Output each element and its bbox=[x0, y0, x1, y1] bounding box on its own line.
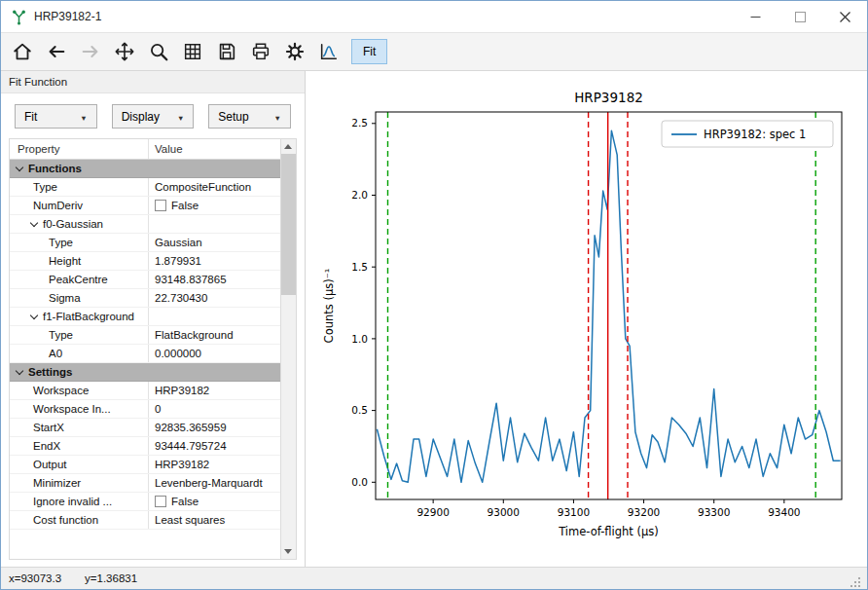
property-row[interactable]: MinimizerLevenberg-Marquardt bbox=[10, 474, 280, 493]
setup-menu-label: Setup bbox=[218, 110, 248, 124]
close-button[interactable] bbox=[822, 1, 867, 32]
table-header: Property Value bbox=[10, 139, 280, 160]
forward-arrow-icon bbox=[80, 41, 101, 62]
minimize-button[interactable] bbox=[733, 1, 778, 32]
property-value[interactable]: 93148.837865 bbox=[148, 271, 280, 288]
fit-browser-button[interactable] bbox=[313, 36, 344, 67]
fit-browser-icon bbox=[318, 41, 340, 62]
checkbox-label: False bbox=[171, 496, 199, 507]
property-row[interactable]: A00.000000 bbox=[10, 345, 280, 363]
property-row[interactable]: WorkspaceHRP39182 bbox=[10, 382, 280, 400]
table-scrollbar[interactable] bbox=[280, 139, 296, 559]
property-row[interactable]: Height1.879931 bbox=[10, 252, 280, 271]
x-tick-label: 93400 bbox=[768, 506, 800, 518]
x-axis-label: Time-of-flight (μs) bbox=[558, 525, 659, 538]
property-value[interactable]: 93444.795724 bbox=[148, 437, 280, 455]
checkbox-label: False bbox=[171, 200, 199, 211]
window-title: HRP39182-1 bbox=[34, 10, 101, 23]
forward-button[interactable] bbox=[75, 36, 106, 67]
home-button[interactable] bbox=[7, 36, 38, 67]
fit-toggle-button[interactable]: Fit bbox=[351, 39, 387, 64]
zoom-button[interactable] bbox=[143, 36, 174, 67]
x-tick-label: 93000 bbox=[488, 506, 520, 518]
grid-icon bbox=[182, 41, 203, 62]
property-row[interactable]: EndX93444.795724 bbox=[10, 437, 280, 456]
property-table: Property Value FunctionsTypeCompositeFun… bbox=[9, 138, 297, 560]
property-value[interactable]: 0.000000 bbox=[148, 345, 280, 362]
property-value[interactable]: Least squares bbox=[148, 511, 280, 529]
y-tick-label: 1.0 bbox=[351, 333, 368, 345]
plot-panel: 9290093000931009320093300934000.00.51.01… bbox=[306, 71, 867, 567]
group-row[interactable]: f0-Gaussian bbox=[10, 215, 280, 234]
app-window: HRP39182-1 bbox=[0, 0, 868, 590]
property-name: Workspace In... bbox=[10, 400, 148, 418]
property-value[interactable]: Gaussian bbox=[148, 234, 280, 251]
print-icon bbox=[250, 41, 271, 62]
property-row[interactable]: Ignore invalid ...False bbox=[10, 493, 280, 511]
cursor-x-readout: x=93073.3 bbox=[9, 572, 61, 584]
scrollbar-track[interactable] bbox=[281, 154, 296, 544]
property-row[interactable]: Cost functionLeast squares bbox=[10, 511, 280, 530]
plot-svg[interactable]: 9290093000931009320093300934000.00.51.01… bbox=[319, 87, 850, 544]
group-row[interactable]: f1-FlatBackground bbox=[10, 308, 280, 326]
property-value[interactable]: HRP39182 bbox=[148, 382, 280, 399]
pan-button[interactable] bbox=[109, 36, 140, 67]
checkbox[interactable] bbox=[155, 496, 166, 507]
property-name: Cost function bbox=[10, 511, 148, 529]
chevron-down-icon bbox=[30, 312, 38, 319]
property-row[interactable]: StartX92835.365959 bbox=[10, 419, 280, 437]
property-row[interactable]: NumDerivFalse bbox=[10, 197, 280, 215]
y-tick-label: 2.5 bbox=[351, 117, 368, 129]
scroll-down-arrow-icon[interactable] bbox=[281, 544, 296, 559]
property-value[interactable]: Levenberg-Marquardt bbox=[148, 474, 280, 492]
section-row[interactable]: Settings bbox=[10, 363, 280, 382]
property-value[interactable]: CompositeFunction bbox=[148, 178, 280, 196]
property-value[interactable]: HRP39182 bbox=[148, 456, 280, 473]
y-tick-label: 2.0 bbox=[351, 189, 368, 201]
property-value[interactable]: 0 bbox=[148, 400, 280, 418]
property-value[interactable]: 22.730430 bbox=[148, 289, 280, 307]
save-button[interactable] bbox=[211, 36, 242, 67]
property-value[interactable]: 92835.365959 bbox=[148, 419, 280, 436]
property-name: EndX bbox=[10, 437, 148, 455]
grid-button[interactable] bbox=[177, 36, 208, 67]
statusbar: x=93073.3 y=1.36831 bbox=[1, 567, 867, 589]
scrollbar-thumb[interactable] bbox=[281, 154, 296, 295]
property-row[interactable]: TypeFlatBackground bbox=[10, 326, 280, 345]
settings-button[interactable] bbox=[279, 36, 310, 67]
property-row[interactable]: OutputHRP39182 bbox=[10, 456, 280, 474]
setup-menu-button[interactable]: Setup bbox=[208, 104, 291, 129]
property-row[interactable]: Workspace In...0 bbox=[10, 400, 280, 419]
property-name: PeakCentre bbox=[10, 271, 148, 288]
property-value bbox=[148, 308, 280, 325]
back-button[interactable] bbox=[41, 36, 72, 67]
group-label: f0-Gaussian bbox=[43, 218, 103, 230]
maximize-button[interactable] bbox=[778, 1, 822, 32]
resize-grip[interactable] bbox=[850, 576, 862, 589]
minimize-icon bbox=[750, 12, 761, 22]
window-controls bbox=[733, 1, 867, 32]
x-tick-label: 93100 bbox=[558, 506, 590, 518]
gear-icon bbox=[284, 41, 306, 62]
maximize-icon bbox=[795, 12, 806, 22]
property-row[interactable]: Sigma22.730430 bbox=[10, 289, 280, 308]
display-menu-button[interactable]: Display bbox=[112, 104, 195, 129]
section-row[interactable]: Functions bbox=[10, 160, 280, 178]
property-value[interactable]: False bbox=[148, 197, 280, 214]
scroll-up-arrow-icon[interactable] bbox=[281, 139, 296, 154]
property-value[interactable]: FlatBackground bbox=[148, 326, 280, 344]
y-tick-label: 1.5 bbox=[351, 261, 368, 273]
chevron-down-icon bbox=[16, 164, 23, 171]
print-button[interactable] bbox=[245, 36, 276, 67]
fit-menu-button[interactable]: Fit bbox=[15, 104, 97, 129]
property-row[interactable]: TypeCompositeFunction bbox=[10, 178, 280, 197]
property-value[interactable]: 1.879931 bbox=[148, 252, 280, 270]
display-menu-label: Display bbox=[122, 110, 160, 124]
dropdown-arrow-icon bbox=[274, 110, 281, 124]
checkbox[interactable] bbox=[155, 200, 166, 211]
x-tick-label: 93300 bbox=[698, 506, 730, 518]
property-name: Minimizer bbox=[10, 474, 148, 492]
property-row[interactable]: TypeGaussian bbox=[10, 234, 280, 252]
property-value[interactable]: False bbox=[148, 493, 280, 510]
property-row[interactable]: PeakCentre93148.837865 bbox=[10, 271, 280, 289]
